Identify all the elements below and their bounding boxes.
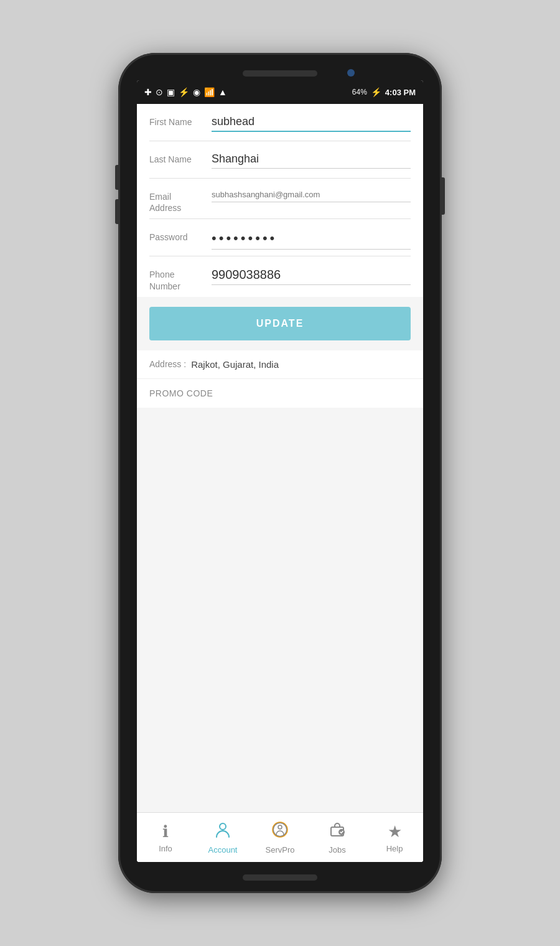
nav-label-servpro: ServPro: [266, 845, 295, 855]
top-speaker: [243, 70, 317, 77]
wifi-icon: 📶: [204, 87, 215, 97]
help-icon: ★: [388, 822, 402, 841]
email-input[interactable]: [212, 187, 411, 202]
nav-item-servpro[interactable]: ServPro: [251, 816, 309, 859]
nav-label-account: Account: [208, 845, 238, 855]
nav-item-info[interactable]: ℹ Info: [137, 817, 194, 858]
svg-point-0: [220, 823, 226, 830]
add-icon: ✚: [144, 87, 152, 97]
nav-label-info: Info: [159, 844, 172, 853]
jobs-icon: [329, 821, 346, 843]
email-row: Email Address: [149, 179, 411, 219]
last-name-input[interactable]: [212, 150, 411, 169]
form-area: First Name Last Name Email Address: [137, 104, 423, 812]
phone-row: Phone Number: [149, 256, 411, 296]
battery-percent: 64%: [352, 88, 367, 96]
update-button[interactable]: UPDATE: [149, 307, 411, 340]
address-label: Address :: [149, 359, 186, 369]
svg-point-2: [278, 825, 282, 829]
account-icon: [214, 821, 231, 843]
nav-label-help: Help: [386, 844, 403, 853]
phone-label: Phone Number: [149, 265, 212, 291]
last-name-label: Last Name: [149, 150, 212, 165]
password-row: Password: [149, 219, 411, 256]
promo-row: PROMO CODE: [137, 379, 423, 408]
address-row: Address : Rajkot, Gujarat, India: [137, 350, 423, 379]
nav-item-account[interactable]: Account: [194, 816, 251, 859]
nav-item-jobs[interactable]: Jobs: [309, 816, 366, 859]
nav-label-jobs: Jobs: [329, 845, 345, 855]
alarm-icon: ◉: [193, 87, 200, 97]
front-camera: [347, 69, 355, 77]
address-value: Rajkot, Gujarat, India: [191, 359, 279, 370]
phone-input[interactable]: [212, 265, 411, 285]
mute-icon: ⚡: [179, 87, 189, 97]
svg-point-3: [273, 822, 287, 837]
first-name-input[interactable]: [212, 113, 411, 132]
status-bar-left: ✚ ⊙ ▣ ⚡ ◉ 📶 ▲: [144, 87, 227, 97]
charging-icon: ⚡: [371, 87, 381, 97]
screen-content: First Name Last Name Email Address: [137, 104, 423, 862]
signal-icon: ▲: [218, 87, 227, 97]
bottom-nav: ℹ Info Account: [137, 812, 423, 862]
servpro-icon: [271, 821, 289, 843]
promo-label: PROMO CODE: [149, 388, 213, 398]
email-label: Email Address: [149, 187, 212, 213]
phone-screen: ✚ ⊙ ▣ ⚡ ◉ 📶 ▲ 64% ⚡ 4:03 PM First Name: [137, 80, 423, 862]
gallery-icon: ▣: [167, 87, 175, 97]
volume-down-button: [115, 199, 118, 224]
clock: 4:03 PM: [385, 88, 416, 97]
last-name-row: Last Name: [149, 141, 411, 179]
password-input[interactable]: [212, 228, 411, 250]
info-icon: ℹ: [162, 822, 169, 841]
status-bar: ✚ ⊙ ▣ ⚡ ◉ 📶 ▲ 64% ⚡ 4:03 PM: [137, 80, 423, 104]
phone-device: ✚ ⊙ ▣ ⚡ ◉ 📶 ▲ 64% ⚡ 4:03 PM First Name: [118, 53, 442, 893]
bottom-speaker: [243, 874, 317, 881]
status-bar-right: 64% ⚡ 4:03 PM: [352, 87, 416, 97]
volume-up-button: [115, 165, 118, 190]
form-section: First Name Last Name Email Address: [137, 104, 423, 297]
first-name-label: First Name: [149, 113, 212, 128]
password-label: Password: [149, 228, 212, 243]
first-name-row: First Name: [149, 104, 411, 141]
nav-item-help[interactable]: ★ Help: [366, 817, 423, 858]
whatsapp-icon: ⊙: [156, 87, 163, 97]
power-button: [442, 177, 445, 215]
